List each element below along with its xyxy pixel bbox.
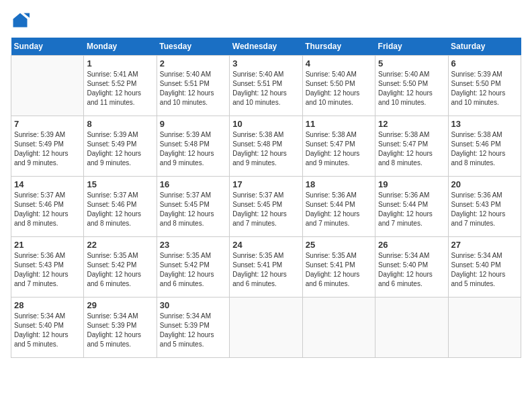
column-header-monday: Monday [84, 38, 157, 56]
day-number: 19 [378, 179, 445, 189]
day-info: Sunrise: 5:38 AM Sunset: 5:46 PM Dayligh… [451, 130, 518, 168]
day-number: 12 [378, 119, 445, 129]
calendar-cell: 28Sunrise: 5:34 AM Sunset: 5:40 PM Dayli… [11, 298, 84, 358]
calendar-cell: 12Sunrise: 5:38 AM Sunset: 5:47 PM Dayli… [375, 116, 448, 177]
day-info: Sunrise: 5:34 AM Sunset: 5:39 PM Dayligh… [87, 312, 153, 349]
day-info: Sunrise: 5:37 AM Sunset: 5:46 PM Dayligh… [87, 191, 153, 228]
calendar-cell: 27Sunrise: 5:34 AM Sunset: 5:40 PM Dayli… [448, 237, 521, 298]
page-header [11, 11, 521, 30]
day-info: Sunrise: 5:40 AM Sunset: 5:51 PM Dayligh… [160, 70, 226, 107]
day-info: Sunrise: 5:38 AM Sunset: 5:47 PM Dayligh… [378, 130, 445, 168]
calendar-cell: 8Sunrise: 5:39 AM Sunset: 5:49 PM Daylig… [84, 116, 157, 177]
day-number: 29 [87, 300, 153, 310]
day-number: 15 [87, 179, 153, 189]
calendar-cell [302, 298, 375, 358]
day-info: Sunrise: 5:36 AM Sunset: 5:44 PM Dayligh… [306, 191, 372, 228]
day-info: Sunrise: 5:38 AM Sunset: 5:47 PM Dayligh… [306, 130, 372, 168]
calendar-cell: 24Sunrise: 5:35 AM Sunset: 5:41 PM Dayli… [230, 237, 302, 298]
day-info: Sunrise: 5:41 AM Sunset: 5:52 PM Dayligh… [87, 70, 153, 107]
day-info: Sunrise: 5:40 AM Sunset: 5:50 PM Dayligh… [306, 70, 372, 107]
calendar-cell: 13Sunrise: 5:38 AM Sunset: 5:46 PM Dayli… [448, 116, 521, 177]
day-number: 25 [306, 240, 372, 250]
calendar-cell: 6Sunrise: 5:39 AM Sunset: 5:50 PM Daylig… [448, 56, 521, 116]
day-number: 10 [232, 119, 299, 129]
day-info: Sunrise: 5:37 AM Sunset: 5:45 PM Dayligh… [160, 191, 226, 228]
day-info: Sunrise: 5:35 AM Sunset: 5:41 PM Dayligh… [232, 251, 299, 289]
calendar-week-row: 28Sunrise: 5:34 AM Sunset: 5:40 PM Dayli… [11, 298, 521, 358]
day-info: Sunrise: 5:38 AM Sunset: 5:48 PM Dayligh… [232, 130, 299, 168]
column-header-sunday: Sunday [11, 38, 84, 56]
calendar-cell: 14Sunrise: 5:37 AM Sunset: 5:46 PM Dayli… [11, 177, 84, 237]
calendar-cell: 1Sunrise: 5:41 AM Sunset: 5:52 PM Daylig… [84, 56, 157, 116]
calendar-cell: 7Sunrise: 5:39 AM Sunset: 5:49 PM Daylig… [11, 116, 84, 177]
calendar-week-row: 14Sunrise: 5:37 AM Sunset: 5:46 PM Dayli… [11, 177, 521, 237]
day-info: Sunrise: 5:37 AM Sunset: 5:45 PM Dayligh… [232, 191, 299, 228]
day-info: Sunrise: 5:36 AM Sunset: 5:43 PM Dayligh… [14, 251, 81, 289]
day-number: 9 [160, 119, 226, 129]
day-number: 4 [306, 58, 372, 68]
day-number: 1 [87, 58, 153, 68]
calendar-cell [448, 298, 521, 358]
day-info: Sunrise: 5:36 AM Sunset: 5:44 PM Dayligh… [378, 191, 445, 228]
day-info: Sunrise: 5:34 AM Sunset: 5:39 PM Dayligh… [160, 312, 226, 349]
calendar-cell [375, 298, 448, 358]
column-header-wednesday: Wednesday [230, 38, 302, 56]
calendar-cell: 21Sunrise: 5:36 AM Sunset: 5:43 PM Dayli… [11, 237, 84, 298]
day-number: 18 [306, 179, 372, 189]
calendar-header-row: SundayMondayTuesdayWednesdayThursdayFrid… [11, 38, 521, 56]
day-number: 16 [160, 179, 226, 189]
day-number: 11 [306, 119, 372, 129]
day-number: 3 [232, 58, 299, 68]
calendar-cell: 4Sunrise: 5:40 AM Sunset: 5:50 PM Daylig… [302, 56, 375, 116]
day-number: 28 [14, 300, 81, 310]
calendar-cell: 19Sunrise: 5:36 AM Sunset: 5:44 PM Dayli… [375, 177, 448, 237]
calendar-week-row: 7Sunrise: 5:39 AM Sunset: 5:49 PM Daylig… [11, 116, 521, 177]
day-number: 26 [378, 240, 445, 250]
day-info: Sunrise: 5:37 AM Sunset: 5:46 PM Dayligh… [14, 191, 81, 228]
calendar-cell: 16Sunrise: 5:37 AM Sunset: 5:45 PM Dayli… [157, 177, 229, 237]
calendar-cell: 30Sunrise: 5:34 AM Sunset: 5:39 PM Dayli… [157, 298, 229, 358]
day-info: Sunrise: 5:35 AM Sunset: 5:42 PM Dayligh… [160, 251, 226, 289]
calendar-cell [11, 56, 84, 116]
calendar-cell: 25Sunrise: 5:35 AM Sunset: 5:41 PM Dayli… [302, 237, 375, 298]
calendar-cell: 22Sunrise: 5:35 AM Sunset: 5:42 PM Dayli… [84, 237, 157, 298]
day-info: Sunrise: 5:34 AM Sunset: 5:40 PM Dayligh… [378, 251, 445, 289]
calendar: SundayMondayTuesdayWednesdayThursdayFrid… [11, 38, 521, 358]
day-number: 7 [14, 119, 81, 129]
day-number: 6 [451, 58, 518, 68]
logo-icon [11, 11, 30, 30]
day-info: Sunrise: 5:39 AM Sunset: 5:49 PM Dayligh… [14, 130, 81, 168]
calendar-cell: 29Sunrise: 5:34 AM Sunset: 5:39 PM Dayli… [84, 298, 157, 358]
calendar-week-row: 21Sunrise: 5:36 AM Sunset: 5:43 PM Dayli… [11, 237, 521, 298]
column-header-saturday: Saturday [448, 38, 521, 56]
calendar-cell: 23Sunrise: 5:35 AM Sunset: 5:42 PM Dayli… [157, 237, 229, 298]
calendar-cell: 3Sunrise: 5:40 AM Sunset: 5:51 PM Daylig… [230, 56, 302, 116]
day-number: 22 [87, 240, 153, 250]
day-number: 23 [160, 240, 226, 250]
calendar-cell [230, 298, 302, 358]
calendar-week-row: 1Sunrise: 5:41 AM Sunset: 5:52 PM Daylig… [11, 56, 521, 116]
day-info: Sunrise: 5:34 AM Sunset: 5:40 PM Dayligh… [451, 251, 518, 289]
calendar-cell: 20Sunrise: 5:36 AM Sunset: 5:43 PM Dayli… [448, 177, 521, 237]
day-info: Sunrise: 5:40 AM Sunset: 5:51 PM Dayligh… [232, 70, 299, 107]
logo [11, 11, 32, 30]
day-number: 17 [232, 179, 299, 189]
day-info: Sunrise: 5:34 AM Sunset: 5:40 PM Dayligh… [14, 312, 81, 349]
day-info: Sunrise: 5:35 AM Sunset: 5:42 PM Dayligh… [87, 251, 153, 289]
calendar-cell: 18Sunrise: 5:36 AM Sunset: 5:44 PM Dayli… [302, 177, 375, 237]
day-number: 5 [378, 58, 445, 68]
day-number: 20 [451, 179, 518, 189]
day-info: Sunrise: 5:40 AM Sunset: 5:50 PM Dayligh… [378, 70, 445, 107]
day-number: 13 [451, 119, 518, 129]
day-number: 27 [451, 240, 518, 250]
column-header-thursday: Thursday [302, 38, 375, 56]
day-info: Sunrise: 5:36 AM Sunset: 5:43 PM Dayligh… [451, 191, 518, 228]
column-header-friday: Friday [375, 38, 448, 56]
calendar-cell: 9Sunrise: 5:39 AM Sunset: 5:48 PM Daylig… [157, 116, 229, 177]
day-number: 8 [87, 119, 153, 129]
day-info: Sunrise: 5:35 AM Sunset: 5:41 PM Dayligh… [306, 251, 372, 289]
day-number: 21 [14, 240, 81, 250]
day-info: Sunrise: 5:39 AM Sunset: 5:50 PM Dayligh… [451, 70, 518, 107]
svg-marker-0 [13, 13, 28, 28]
day-info: Sunrise: 5:39 AM Sunset: 5:49 PM Dayligh… [87, 130, 153, 168]
